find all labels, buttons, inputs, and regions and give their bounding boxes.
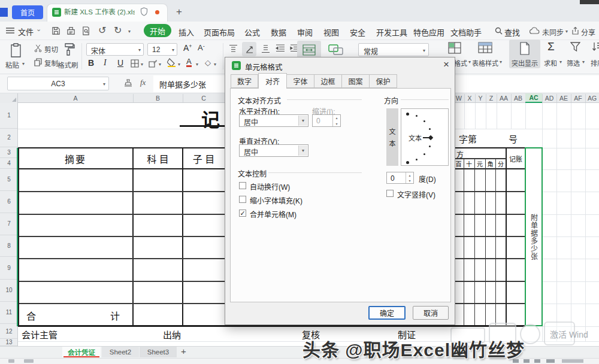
copy-icon[interactable] [34, 58, 42, 66]
font-size-caret[interactable]: ▾ [172, 48, 174, 53]
vertical-align-caret[interactable]: ▾ [298, 145, 307, 156]
sum-icon[interactable]: Σ [547, 40, 555, 53]
home-button[interactable]: 首页 [12, 5, 43, 19]
redo-icon[interactable]: ↻ [114, 25, 122, 36]
filter-icon[interactable] [570, 42, 580, 52]
col-header-AC-selected[interactable]: AC [525, 93, 542, 103]
col-header-AE[interactable]: AE [556, 93, 571, 103]
decrease-indent-icon[interactable] [276, 44, 285, 53]
wrap-text-icon[interactable] [328, 44, 344, 55]
tab-data[interactable]: 数据 [271, 26, 286, 38]
print-preview-icon[interactable] [81, 26, 90, 35]
eraser-caret[interactable]: ▾ [214, 62, 216, 67]
hamburger-icon[interactable] [6, 28, 14, 34]
cancel-button[interactable]: 取消 [413, 306, 449, 320]
shield-icon[interactable] [140, 7, 148, 16]
draw-border-caret[interactable]: ▾ [159, 62, 161, 67]
vertical-align-select[interactable]: 居中 ▾ [239, 144, 308, 157]
underline-button[interactable]: U [117, 58, 123, 68]
col-header-AB[interactable]: AB [511, 93, 525, 103]
cut-label[interactable]: 剪切 [44, 44, 58, 54]
col-header-Z[interactable]: Z [486, 93, 497, 103]
header-subitem[interactable]: 子 目 [183, 151, 225, 166]
eraser-icon[interactable]: ◇ [205, 58, 211, 67]
col-header-A[interactable]: A [18, 93, 133, 103]
copy-label[interactable]: 复制 [44, 58, 58, 68]
row-headers[interactable]: 1 2 3 4 5 6 7 8 9 10 11 12 13 [0, 103, 18, 346]
menu-find[interactable]: 查找 [504, 26, 520, 38]
stamp-icon[interactable] [123, 78, 133, 88]
sum-label[interactable]: 求和 [544, 58, 557, 68]
tab-special-apps[interactable]: 特色应用 [413, 26, 444, 38]
font-color-caret[interactable]: ▾ [196, 62, 198, 67]
dialog-tab-alignment[interactable]: 对齐 [258, 73, 287, 89]
vertical-text-checkbox[interactable]: ✓ [386, 190, 394, 197]
tab-review[interactable]: 审阅 [297, 26, 313, 38]
tab-doc-assistant[interactable]: 文档助手 [450, 26, 482, 38]
cut-icon[interactable] [34, 44, 42, 52]
name-box-caret[interactable]: ▾ [103, 82, 105, 87]
font-name-select[interactable]: 宋体 ▾ [86, 43, 144, 56]
status-doc-icon[interactable] [8, 359, 14, 363]
file-menu-caret[interactable]: ⌄ [36, 25, 41, 33]
font-size-select[interactable]: 12 ▾ [147, 43, 177, 56]
sync-caret[interactable]: ▾ [565, 29, 568, 34]
italic-button[interactable]: I [104, 58, 107, 68]
export-icon[interactable] [66, 26, 75, 35]
conditional-format-caret[interactable]: ▾ [468, 60, 471, 65]
merge-cells-checkbox[interactable]: ✓ [239, 210, 246, 217]
sheet-tab-2[interactable]: Sheet2 [102, 347, 139, 357]
dialog-tab-protection[interactable]: 保护 [370, 74, 397, 88]
col-header-Y[interactable]: Y [475, 93, 486, 103]
tab-insert[interactable]: 插入 [179, 26, 194, 38]
font-name-caret[interactable]: ▾ [138, 48, 141, 53]
cloud-sync-icon[interactable] [530, 27, 540, 34]
indent-spinner[interactable]: 0 ▴▾ [312, 114, 341, 127]
table-style-icon[interactable] [478, 42, 492, 53]
tab-formulas[interactable]: 公式 [244, 26, 260, 38]
header-subject[interactable]: 科 目 [133, 151, 183, 166]
filter-caret[interactable]: ▾ [582, 60, 585, 65]
fill-color-icon[interactable] [167, 58, 176, 67]
sort-icon[interactable] [592, 42, 599, 52]
filter-label[interactable]: 筛选 [567, 58, 580, 68]
orientation-vertical-bar[interactable]: 文本 [386, 108, 398, 166]
col-header-X[interactable]: X [464, 93, 475, 103]
save-icon[interactable] [52, 26, 60, 35]
horizontal-align-caret[interactable]: ▾ [298, 116, 307, 126]
tab-home[interactable]: 开始 [144, 24, 171, 37]
insert-function-fx[interactable]: fx [140, 78, 146, 87]
shrink-to-fit-label[interactable]: 缩小字体填充(K) [250, 195, 302, 205]
share-icon[interactable] [571, 27, 579, 35]
quickbar-caret[interactable]: ▾ [128, 29, 131, 34]
search-icon[interactable] [495, 27, 503, 35]
degrees-spinner[interactable]: 0 ▴▾ [386, 172, 414, 184]
grow-font-button[interactable]: A+ [183, 43, 192, 53]
ok-button[interactable]: 确定 [368, 306, 406, 320]
dialog-close-icon[interactable]: × [443, 59, 449, 71]
dialog-tab-border[interactable]: 边框 [314, 74, 342, 88]
orientation-dial[interactable]: 文本 [401, 108, 449, 166]
tab-view[interactable]: 视图 [323, 26, 339, 38]
number-format-caret[interactable]: ▾ [423, 48, 425, 53]
header-summary[interactable]: 摘要 [18, 151, 133, 166]
dialog-tab-pattern[interactable]: 图案 [342, 74, 370, 88]
table-style-caret[interactable]: ▾ [500, 60, 502, 65]
formula-value[interactable]: 附单据多少张 [159, 78, 206, 90]
conditional-format-icon[interactable] [448, 42, 461, 54]
vertical-text-label[interactable]: 文字竖排(V) [397, 189, 435, 199]
undo-icon[interactable]: ↺ [98, 25, 106, 36]
bold-button[interactable]: B [88, 58, 94, 68]
draw-border-icon[interactable] [149, 59, 157, 68]
col-header-AF[interactable]: AF [571, 93, 585, 103]
add-sheet-button[interactable]: + [181, 346, 186, 356]
sum-caret[interactable]: ▾ [559, 60, 562, 65]
sheet-tab-3[interactable]: Sheet3 [140, 347, 177, 357]
paste-icon[interactable] [10, 43, 22, 57]
col-header-C[interactable]: C [183, 93, 225, 103]
selected-cell-AC3[interactable]: 附单据多少张 [525, 147, 543, 326]
number-format-select[interactable]: 常规 ▾ [358, 43, 429, 56]
shrink-to-fit-checkbox[interactable]: ✓ [239, 196, 246, 203]
borders-caret[interactable]: ▾ [141, 62, 143, 67]
dialog-tab-font[interactable]: 字体 [287, 74, 314, 88]
